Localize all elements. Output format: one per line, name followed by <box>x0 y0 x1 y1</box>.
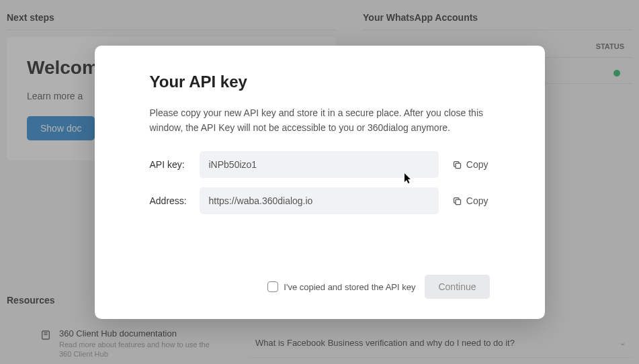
copy-icon <box>452 196 462 206</box>
modal-title: Your API key <box>150 73 490 91</box>
modal-overlay: Your API key Please copy your new API ke… <box>0 0 639 364</box>
confirm-stored-wrap[interactable]: I've copied and stored the API key <box>267 281 415 292</box>
copy-address-button[interactable]: Copy <box>451 193 490 209</box>
address-field[interactable] <box>200 187 439 214</box>
continue-button[interactable]: Continue <box>425 275 489 299</box>
confirm-stored-label: I've copied and stored the API key <box>284 282 415 292</box>
modal-description: Please copy your new API key and store i… <box>150 106 490 135</box>
address-row: Address: Copy <box>150 187 490 214</box>
api-key-field[interactable] <box>200 151 439 178</box>
api-key-modal: Your API key Please copy your new API ke… <box>95 46 545 319</box>
svg-rect-3 <box>456 163 461 169</box>
api-key-label: API key: <box>150 159 194 170</box>
confirm-stored-checkbox[interactable] <box>267 281 278 292</box>
copy-icon <box>452 160 462 170</box>
copy-api-key-button[interactable]: Copy <box>451 156 490 173</box>
copy-label: Copy <box>466 159 488 170</box>
copy-label: Copy <box>466 195 488 206</box>
api-key-row: API key: Copy <box>150 151 490 178</box>
address-label: Address: <box>150 195 194 206</box>
modal-footer: I've copied and stored the API key Conti… <box>150 275 490 299</box>
svg-rect-4 <box>456 199 461 205</box>
